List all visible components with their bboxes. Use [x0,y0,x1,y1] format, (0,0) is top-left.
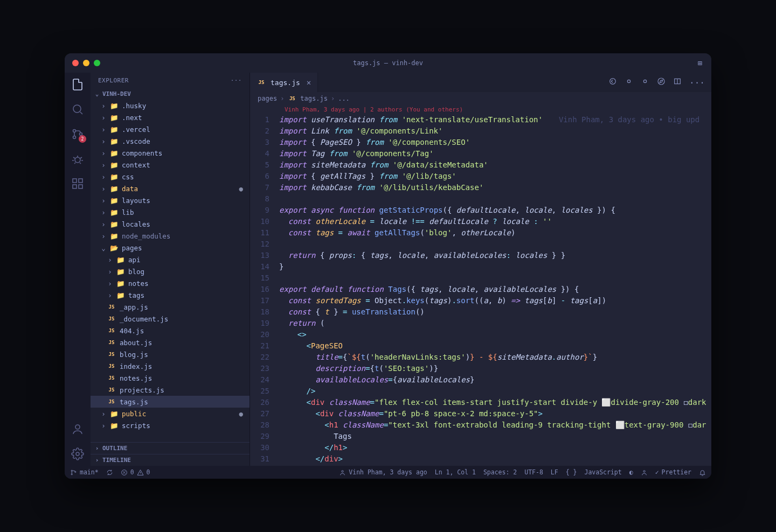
code-line[interactable]: 8 [250,193,711,205]
folder-api[interactable]: ›📁api [91,254,250,265]
more-icon[interactable]: ··· [689,78,705,88]
breadcrumb-part[interactable]: pages [258,95,277,102]
folder--next[interactable]: ›📁.next [91,111,250,123]
line-content[interactable] [279,239,711,250]
status-encoding[interactable]: UTF-8 [524,468,543,476]
code-line[interactable]: 5import siteMetadata from '@/data/siteMe… [250,159,711,171]
status-eol[interactable]: LF [551,468,558,476]
folder-locales[interactable]: ›📁locales [91,218,250,230]
window-close[interactable] [72,60,79,66]
breadcrumb-part[interactable]: tags.js [300,95,328,102]
gitlens-authors[interactable]: Vinh Pham, 3 days ago | 2 authors (You a… [250,105,711,114]
status-cursor[interactable]: Ln 1, Col 1 [435,468,476,476]
code-line[interactable]: 2import Link from '@/components/Link' [250,125,711,137]
code-line[interactable]: 18 const { t } = useTranslation() [250,306,711,318]
settings-icon[interactable] [70,446,85,461]
line-content[interactable]: availableLocales={availableLocales} [279,374,711,386]
folder-components[interactable]: ›📁components [91,147,250,159]
status-bracket-icon[interactable]: { } [566,468,577,476]
folder-lib[interactable]: ›📁lib [91,206,250,218]
nav-prev-icon[interactable] [625,77,633,88]
status-prettier[interactable]: ✓ Prettier [655,468,691,476]
line-content[interactable]: <> [279,329,711,340]
code-line[interactable]: 16export default function Tags({ tags, l… [250,284,711,295]
timeline-section[interactable]: › TIMELINE [91,454,250,466]
code-line[interactable]: 30 </h1> [250,442,711,453]
line-content[interactable]: </h1> [279,442,711,453]
file-notes-js[interactable]: JSnotes.js [91,372,250,384]
folder-context[interactable]: ›📁context [91,159,250,171]
code-line[interactable]: 9export async function getStaticProps({ … [250,205,711,216]
code-line[interactable]: 7import kebabCase from '@/lib/utils/keba… [250,182,711,193]
folder--vercel[interactable]: ›📁.vercel [91,123,250,135]
folder-layouts[interactable]: ›📁layouts [91,194,250,206]
status-language[interactable]: JavaScript [584,468,621,476]
folder-blog[interactable]: ›📁blog [91,265,250,277]
folder--vscode[interactable]: ›📁.vscode [91,135,250,147]
code-line[interactable]: 19 return ( [250,318,711,329]
outline-section[interactable]: › OUTLINE [91,442,250,454]
line-content[interactable]: import useTranslation from 'next-transla… [279,114,711,125]
line-content[interactable]: <PageSEO [279,340,711,352]
explorer-icon[interactable] [70,77,85,92]
line-content[interactable]: export default function Tags({ tags, loc… [279,284,711,295]
go-back-icon[interactable] [608,77,617,88]
line-content[interactable] [279,272,711,284]
project-header[interactable]: ⌄ VINH-DEV [91,88,250,100]
split-editor-icon[interactable] [673,77,682,88]
sidebar-more-icon[interactable]: ··· [231,77,242,84]
status-theme-icon[interactable]: ◐ [629,468,633,476]
folder-tags[interactable]: ›📁tags [91,289,250,301]
file-_document-js[interactable]: JS_document.js [91,313,250,325]
folder-notes[interactable]: ›📁notes [91,277,250,289]
window-maximize[interactable] [94,60,100,66]
code-line[interactable]: 22 title={`${t('headerNavLinks:tags')} -… [250,352,711,363]
code-line[interactable]: 15 [250,272,711,284]
line-content[interactable]: const otherLocale = locale !== defaultLo… [279,216,711,227]
line-content[interactable]: <div className="pt-6 pb-8 space-x-2 md:s… [279,408,711,419]
folder-scripts[interactable]: ›📁scripts [91,419,250,431]
line-content[interactable]: import siteMetadata from '@/data/siteMet… [279,159,711,171]
line-content[interactable]: /> [279,386,711,397]
code-line[interactable]: 21 <PageSEO [250,340,711,352]
file-_app-js[interactable]: JS_app.js [91,301,250,313]
code-line[interactable]: 32 <div className="flex flex-wrap max-w-… [250,465,711,466]
line-content[interactable]: } [279,261,711,272]
code-line[interactable]: 23 description={t('SEO:tags')} [250,363,711,374]
folder-public[interactable]: ›📁public● [91,408,250,419]
folder-data[interactable]: ›📁data● [91,183,250,194]
breadcrumbs[interactable]: pages › JS tags.js › ... [250,92,711,105]
code-line[interactable]: 1import useTranslation from 'next-transl… [250,114,711,125]
line-content[interactable]: </div> [279,453,711,465]
line-content[interactable]: title={`${t('headerNavLinks:tags')} - ${… [279,352,711,363]
line-content[interactable]: return ( [279,318,711,329]
code-line[interactable]: 24 availableLocales={availableLocales} [250,374,711,386]
line-content[interactable] [279,193,711,205]
folder-css[interactable]: ›📁css [91,171,250,183]
code-line[interactable]: 14} [250,261,711,272]
line-content[interactable]: <div className="flex flex-col items-star… [279,397,711,408]
code-line[interactable]: 20 <> [250,329,711,340]
line-content[interactable]: import Link from '@/components/Link' [279,125,711,137]
code-line[interactable]: 11 const tags = await getAllTags('blog',… [250,227,711,239]
window-minimize[interactable] [83,60,89,66]
file-index-js[interactable]: JSindex.js [91,360,250,372]
line-content[interactable]: import { getAllTags } from '@/lib/tags' [279,171,711,182]
status-spaces[interactable]: Spaces: 2 [483,468,517,476]
folder--husky[interactable]: ›📁.husky [91,100,250,111]
file-projects-js[interactable]: JSprojects.js [91,384,250,396]
line-content[interactable]: import kebabCase from '@/lib/utils/kebab… [279,182,711,193]
status-bell-icon[interactable] [699,469,706,476]
search-icon[interactable] [70,102,85,117]
extensions-icon[interactable] [70,176,85,191]
code-line[interactable]: 28 <h1 className="text-3xl font-extrabol… [250,419,711,431]
account-icon[interactable] [70,422,85,437]
code-line[interactable]: 17 const sortedTags = Object.keys(tags).… [250,295,711,306]
folder-node_modules[interactable]: ›📁node_modules [91,230,250,242]
file-tags-js[interactable]: JStags.js [91,396,250,408]
line-content[interactable]: <div className="flex flex-wrap max-w-lg"… [279,465,711,466]
line-content[interactable]: description={t('SEO:tags')} [279,363,711,374]
code-line[interactable]: 25 /> [250,386,711,397]
code-line[interactable]: 26 <div className="flex flex-col items-s… [250,397,711,408]
code-line[interactable]: 4import Tag from '@/components/Tag' [250,148,711,159]
